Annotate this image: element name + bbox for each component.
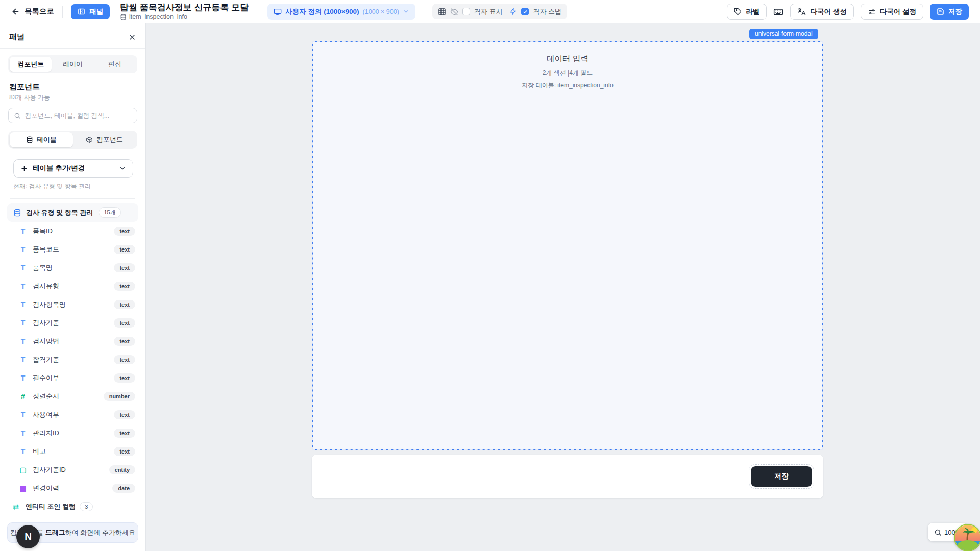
tab-components[interactable]: 컴포넌트 [10, 57, 52, 72]
table-group-name: 검사 유형 및 항목 관리 [26, 208, 93, 217]
panel-title: 패널 [9, 32, 24, 42]
grid-show-checkbox[interactable] [462, 8, 470, 15]
modal-save-button[interactable]: 저장 [751, 466, 812, 487]
page-title: 탑씰 품목검사정보 신규등록 모달 [120, 3, 249, 13]
field-name: 검사방법 [33, 337, 59, 346]
source-toggle: 테이블 컴포넌트 [8, 131, 137, 149]
close-icon[interactable] [128, 33, 136, 41]
selected-component-tag: universal-form-modal [749, 29, 818, 39]
field-name: 비고 [33, 447, 46, 456]
tab-edit[interactable]: 편집 [94, 57, 136, 72]
keyboard-shortcuts-button[interactable] [773, 7, 783, 17]
toggle-components[interactable]: 컴포넌트 [73, 132, 136, 147]
current-table-label: 현재: 검사 유형 및 항목 관리 [13, 182, 132, 191]
search-input[interactable] [25, 112, 132, 119]
field-type-badge: date [112, 484, 135, 493]
grid-snap-checkbox[interactable] [521, 8, 529, 15]
field-row[interactable]: T 검사항목명 text [7, 295, 138, 314]
toggle-tables[interactable]: 테이블 [10, 132, 73, 147]
field-name: 합격기준 [33, 355, 59, 364]
table-group-count-badge: 15개 [99, 207, 120, 218]
keyboard-icon [773, 7, 783, 17]
field-name: 품목ID [33, 227, 53, 236]
save-button[interactable]: 저장 [930, 4, 969, 20]
entity-join-group-row[interactable]: ⇄ 엔티티 조인 컬럼 3 [7, 497, 138, 516]
field-type-icon: ▦ [18, 484, 28, 492]
field-row[interactable]: T 사용여부 text [7, 406, 138, 424]
universal-form-modal-component[interactable]: 데이터 입력 2개 섹션 |4개 필드 저장 테이블: item_inspect… [312, 41, 823, 450]
divider [10, 198, 135, 199]
field-name: 필수여부 [33, 373, 59, 383]
translate-icon [797, 7, 806, 16]
grid-snap-label: 격자 스냅 [533, 7, 561, 16]
field-row[interactable]: T 품목명 text [7, 259, 138, 277]
i18n-settings-text: 다국어 설정 [880, 7, 916, 16]
toggle-components-label: 컴포넌트 [96, 135, 123, 144]
field-type-badge: text [114, 447, 135, 456]
field-row[interactable]: T 검사기준 text [7, 314, 138, 332]
field-list: 검사 유형 및 항목 관리 15개 T 품목ID text T 품목코드 tex… [7, 203, 138, 551]
viewport-label: 사용자 정의 (1000×900) [285, 7, 359, 16]
title-block: 탑씰 품목검사정보 신규등록 모달 item_inspection_info [120, 3, 249, 21]
database-icon [26, 136, 33, 143]
add-change-table-button[interactable]: 테이블 추가/변경 [13, 159, 133, 178]
label-button-text: 라벨 [746, 7, 760, 16]
tag-icon [734, 8, 742, 15]
plus-icon [20, 165, 28, 172]
components-section-title: 컴포넌트 [9, 82, 136, 92]
field-type-icon: T [18, 264, 28, 272]
field-name: 변경이력 [33, 484, 59, 493]
panel-toggle-button[interactable]: 패널 [71, 4, 110, 19]
field-name: 검사항목명 [33, 300, 66, 309]
field-row[interactable]: ▢ 검사기준ID entity [7, 461, 138, 479]
viewport-size-dropdown[interactable]: 사용자 정의 (1000×900) (1000 × 900) [267, 4, 415, 20]
back-to-list-button[interactable]: 목록으로 [11, 7, 54, 16]
field-type-icon: # [18, 392, 28, 400]
database-icon [120, 14, 127, 20]
lightning-icon [509, 8, 517, 15]
grid-options-group: 격자 표시 격자 스냅 [432, 4, 567, 19]
field-type-badge: text [114, 355, 135, 364]
field-row[interactable]: T 합격기준 text [7, 350, 138, 369]
selection-outline [312, 41, 823, 450]
field-row[interactable]: ▦ 변경이력 date [7, 479, 138, 497]
eye-off-icon [450, 8, 458, 16]
field-type-icon: T [18, 245, 28, 254]
field-type-icon: T [18, 337, 28, 345]
field-type-icon: T [18, 282, 28, 290]
modal-footer-bar: 저장 [312, 455, 823, 498]
i18n-generate-button[interactable]: 다국어 생성 [790, 4, 853, 20]
label-button[interactable]: 라벨 [727, 4, 767, 20]
top-toolbar: 목록으로 패널 탑씰 품목검사정보 신규등록 모달 item_inspectio… [0, 0, 980, 23]
grid-icon [438, 8, 446, 16]
left-panel: 패널 컴포넌트 레이어 편집 컴포넌트 83개 사용 가능 [0, 23, 146, 551]
field-row[interactable]: T 품목코드 text [7, 240, 138, 259]
panel-button-label: 패널 [89, 7, 103, 16]
join-icon: ⇄ [11, 503, 20, 511]
toggle-tables-label: 테이블 [37, 135, 57, 144]
field-type-badge: text [114, 373, 135, 383]
field-row[interactable]: T 비고 text [7, 442, 138, 461]
field-row[interactable]: T 관리자ID text [7, 424, 138, 442]
field-type-badge: text [114, 337, 135, 346]
field-type-badge: text [114, 245, 135, 254]
field-type-icon: T [18, 319, 28, 327]
viewport-size: (1000 × 900) [363, 8, 399, 15]
field-type-icon: ▢ [18, 466, 28, 474]
field-type-badge: text [114, 318, 135, 328]
table-group-header[interactable]: 검사 유형 및 항목 관리 15개 [7, 203, 138, 222]
field-row[interactable]: # 정렬순서 number [7, 387, 138, 406]
field-type-icon: T [18, 300, 28, 309]
toolbar-divider [62, 6, 63, 18]
field-row[interactable]: T 필수여부 text [7, 369, 138, 387]
tab-layers[interactable]: 레이어 [52, 57, 93, 72]
app-root: 목록으로 패널 탑씰 품목검사정보 신규등록 모달 item_inspectio… [0, 0, 980, 551]
field-row[interactable]: T 검사방법 text [7, 332, 138, 350]
field-row[interactable]: T 품목ID text [7, 222, 138, 240]
hint-suffix: 하여 화면에 추가하세요 [65, 529, 135, 536]
i18n-settings-button[interactable]: 다국어 설정 [861, 4, 923, 20]
modal-subtitle: 2개 섹션 |4개 필드 [313, 69, 822, 78]
field-row[interactable]: T 검사유형 text [7, 277, 138, 295]
toolbar-divider [424, 6, 424, 18]
database-icon [13, 209, 21, 217]
